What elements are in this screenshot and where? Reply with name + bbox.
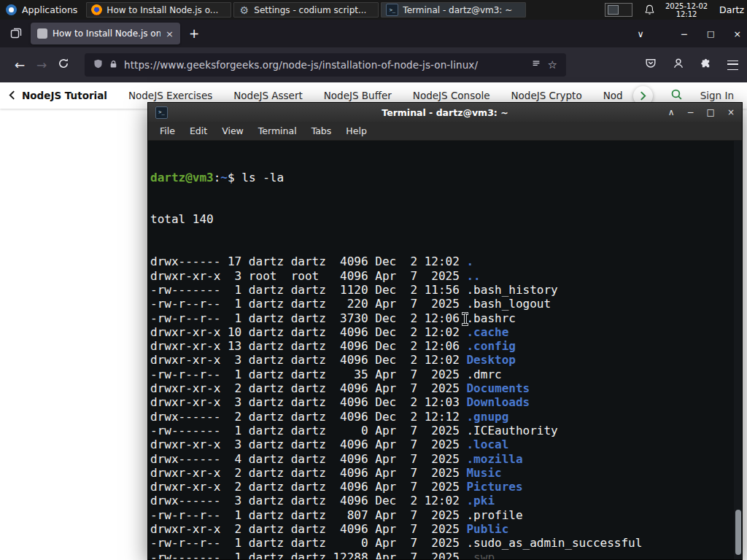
applications-menu-button[interactable]: Applications [0,0,86,20]
sign-in-button[interactable]: Sign In [700,90,734,101]
terminal-scrollbar-thumb[interactable] [735,510,741,555]
firefox-icon [91,4,102,15]
extensions-icon[interactable] [700,58,711,72]
terminal-output-line: -rw-r--r-- 1 dartz dartz 3730 Dec 2 12:0… [150,311,732,325]
window-maximize-button[interactable]: □ [707,29,714,39]
nav-scroll-left-icon[interactable] [9,89,15,103]
url-text[interactable]: https://www.geeksforgeeks.org/node-js/in… [124,59,525,71]
terminal-output-line: drwxr-xr-x 3 dartz dartz 4096 Dec 2 12:0… [150,353,732,367]
terminal-output-line: drwxr-xr-x 2 dartz dartz 4096 Apr 7 2025… [150,480,732,494]
navigation-toolbar: ← → https://www.geeksforgeeks.org/node-j… [0,47,747,82]
file-meta: drwx------ 3 dartz dartz 4096 Dec 2 12:0… [150,494,466,508]
terminal-output-line: drwxr-xr-x 13 dartz dartz 4096 Dec 2 12:… [150,339,732,353]
file-meta: drwx------ 4 dartz dartz 4096 Apr 7 2025 [150,452,466,466]
panel-user-label: Dartz [719,4,744,15]
toolbar-right-icons [645,58,738,72]
file-name: .bash_history [466,283,557,297]
terminal-prompt-line: dartz@vm3:~$ ls -la [150,171,732,184]
site-nav-item[interactable]: NodeJS Assert [233,90,303,101]
text-cursor [462,313,468,325]
reader-view-icon[interactable] [531,59,541,71]
site-nav-item[interactable]: NodeJS Console [413,90,490,101]
panel-window-buttons: How to Install Node.js o...⚙Settings - c… [86,0,597,20]
menu-hamburger-icon[interactable] [727,61,738,70]
terminal-menu-terminal[interactable]: Terminal [252,124,303,138]
file-meta: -rw-r--r-- 1 dartz dartz 3730 Dec 2 12:0… [150,311,466,325]
terminal-titlebar[interactable]: >_ Terminal - dartz@vm3: ~ ∧ − □ × [148,103,742,122]
file-meta: drwxr-xr-x 2 dartz dartz 4096 Apr 7 2025 [150,522,466,536]
reload-icon[interactable] [53,58,74,72]
file-name: .sudo_as_admin_successful [466,536,642,550]
file-name: Music [466,466,501,480]
site-nav-item[interactable]: NodeJS Buffer [324,90,392,101]
prompt-colon: : [214,171,221,184]
terminal-output-line: drwxr-xr-x 10 dartz dartz 4096 Dec 2 12:… [150,325,732,339]
search-icon[interactable] [670,88,683,104]
site-nav-item[interactable]: NodeJS Tutorial [22,90,107,101]
pocket-icon[interactable] [645,58,657,72]
new-tab-button[interactable]: + [189,26,199,41]
terminal-output-line: drwx------ 2 dartz dartz 4096 Dec 2 12:1… [150,410,732,424]
window-close-button[interactable]: × [734,28,741,39]
terminal-menu-tabs[interactable]: Tabs [306,124,338,138]
firefox-view-icon[interactable] [6,24,26,43]
terminal-output-line: drwxr-xr-x 2 dartz dartz 4096 Apr 7 2025… [150,466,732,480]
prompt-user-host: dartz@vm3 [150,171,214,184]
terminal-total-line: total 140 [150,212,732,226]
tracking-shield-icon[interactable] [93,58,103,71]
file-name: .swp [466,551,495,559]
terminal-shade-button[interactable]: ∧ [668,107,675,117]
workspace-switcher[interactable] [605,3,632,17]
file-meta: drwxr-xr-x 13 dartz dartz 4096 Dec 2 12:… [150,339,466,353]
lock-icon[interactable] [109,59,117,71]
bookmark-star-icon[interactable]: ☆ [548,58,557,71]
file-meta: -rw-r--r-- 1 dartz dartz 0 Apr 7 2025 [150,536,466,550]
site-nav-item[interactable]: NodeJS Exercises [128,90,212,101]
panel-window-button-settings[interactable]: ⚙Settings - codium script... [233,2,379,18]
terminal-minimize-button[interactable]: − [687,107,694,117]
terminal-title: Terminal - dartz@vm3: ~ [148,107,742,118]
top-panel: Applications How to Install Node.js o...… [0,0,747,20]
window-minimize-button[interactable]: − [681,28,688,39]
list-tabs-icon[interactable]: ∨ [637,28,643,39]
terminal-menu-file[interactable]: File [154,124,181,138]
site-nav-item[interactable]: NodeJS Crypto [511,90,582,101]
file-meta: drwxr-xr-x 3 dartz dartz 4096 Apr 7 2025 [150,438,466,451]
file-name: Pictures [466,480,522,494]
panel-clock[interactable]: 2025-12-02 12:12 [665,2,708,18]
distro-logo-icon [6,4,17,15]
tab-close-icon[interactable]: × [166,28,174,39]
terminal-output-line: drwx------ 4 dartz dartz 4096 Apr 7 2025… [150,452,732,466]
terminal-output-line: drwxr-xr-x 2 dartz dartz 4096 Apr 7 2025… [150,381,732,395]
terminal-close-button[interactable]: × [727,107,735,117]
terminal-menu-help[interactable]: Help [340,124,373,138]
terminal-output[interactable]: dartz@vm3:~$ ls -la total 140 drwx------… [148,141,742,559]
address-bar[interactable]: https://www.geeksforgeeks.org/node-js/in… [85,53,566,77]
file-name: . [466,254,473,268]
file-meta: drwx------ 17 dartz dartz 4096 Dec 2 12:… [150,254,466,268]
prompt-command: $ ls -la [228,171,284,184]
file-name: Desktop [466,353,515,367]
back-button[interactable]: ← [9,58,31,72]
terminal-rows: drwx------ 17 dartz dartz 4096 Dec 2 12:… [150,254,732,559]
terminal-output-line: -rw-r--r-- 1 dartz dartz 220 Apr 7 2025 … [150,297,732,311]
account-icon[interactable] [673,58,684,72]
terminal-output-line: drwxr-xr-x 3 root root 4096 Apr 7 2025 .… [150,269,732,283]
browser-tab[interactable]: How to Install Node.js on × [31,23,180,44]
file-meta: drwxr-xr-x 3 root root 4096 Apr 7 2025 [150,269,466,283]
terminal-maximize-button[interactable]: □ [707,107,715,117]
terminal-menu-edit[interactable]: Edit [184,124,213,138]
panel-window-button-firefox[interactable]: How to Install Node.js o... [86,2,231,18]
panel-window-button-terminal[interactable]: >_Terminal - dartz@vm3: ~ [381,2,526,18]
terminal-output-line: drwx------ 3 dartz dartz 4096 Dec 2 12:0… [150,494,732,508]
file-meta: drwxr-xr-x 3 dartz dartz 4096 Dec 2 12:0… [150,353,466,367]
terminal-scrollbar-track[interactable] [734,141,742,559]
file-meta: drwxr-xr-x 10 dartz dartz 4096 Dec 2 12:… [150,325,466,339]
file-name: .pki [466,494,495,508]
panel-window-title: How to Install Node.js o... [107,5,218,15]
panel-window-title: Terminal - dartz@vm3: ~ [403,5,512,15]
file-name: Downloads [466,395,530,409]
terminal-menu-view[interactable]: View [216,124,249,138]
file-meta: drwxr-xr-x 2 dartz dartz 4096 Apr 7 2025 [150,466,466,480]
notifications-bell-icon[interactable] [644,4,655,15]
